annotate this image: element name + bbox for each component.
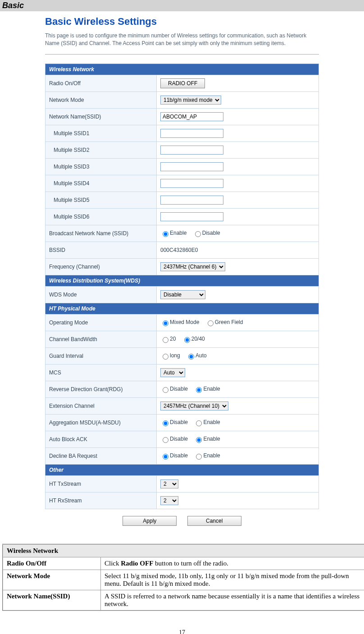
green-field-label: Green Field bbox=[215, 319, 243, 325]
ssid5-input[interactable] bbox=[160, 196, 223, 205]
page-number: 17 bbox=[0, 629, 364, 634]
label-ssid1: Multiple SSID1 bbox=[46, 125, 157, 141]
doc-label-0: Radio On/Off bbox=[3, 557, 101, 570]
label-ssid2: Multiple SSID2 bbox=[46, 141, 157, 158]
label-amsdu: Aggregation MSDU(A-MSDU) bbox=[46, 414, 157, 431]
doc-desc-0: Click Radio OFF button to turn off the r… bbox=[101, 557, 364, 570]
ssid1-input[interactable] bbox=[160, 129, 223, 138]
label-rdg: Reverse Direction Grant(RDG) bbox=[46, 381, 157, 397]
amsdu-enable-radio[interactable] bbox=[196, 420, 202, 426]
broadcast-enable-label: Enable bbox=[170, 230, 187, 236]
label-mcs: MCS bbox=[46, 364, 157, 381]
label-decline-ba: Decline BA Request bbox=[46, 447, 157, 464]
long-radio[interactable] bbox=[163, 354, 168, 360]
ack-disable-radio[interactable] bbox=[163, 437, 168, 443]
amsdu-disable-label: Disable bbox=[170, 419, 188, 425]
label-radio: Radio On/Off bbox=[46, 75, 157, 91]
ba-enable-radio[interactable] bbox=[196, 454, 202, 460]
label-ssid5: Multiple SSID5 bbox=[46, 192, 157, 208]
ssid6-input[interactable] bbox=[160, 212, 223, 221]
network-mode-select[interactable]: 11b/g/n mixed mode bbox=[160, 96, 221, 105]
config-content: Basic Wireless Settings This page is use… bbox=[0, 11, 364, 535]
mcs-select[interactable]: Auto bbox=[160, 368, 185, 377]
label-bandwidth: Channel BandWidth bbox=[46, 331, 157, 347]
heading-text: Basic bbox=[2, 1, 24, 10]
doc-label-1: Network Mode bbox=[3, 570, 101, 590]
divider bbox=[45, 54, 319, 55]
label-ssid: Network Name(SSID) bbox=[46, 108, 157, 125]
auto-label: Auto bbox=[196, 352, 207, 359]
page-description: This page is used to configure the minim… bbox=[45, 32, 319, 47]
rdg-disable-label: Disable bbox=[170, 386, 188, 392]
ssid-input[interactable] bbox=[160, 112, 223, 121]
label-ack: Auto Block ACK bbox=[46, 431, 157, 447]
broadcast-disable-label: Disable bbox=[202, 230, 220, 236]
rdg-enable-label: Enable bbox=[203, 386, 220, 392]
rxstream-select[interactable]: 2 bbox=[160, 496, 178, 505]
bw2040-radio[interactable] bbox=[184, 337, 190, 343]
doc-header: Wireless Network bbox=[3, 544, 364, 557]
doc-desc-1: Select 11 b/g mixed mode, 11b only, 11g … bbox=[101, 570, 364, 590]
label-ext-channel: Extension Channel bbox=[46, 397, 157, 414]
label-guard: Guard Interval bbox=[46, 347, 157, 364]
cancel-button[interactable]: Cancel bbox=[187, 516, 241, 526]
ack-enable-label: Enable bbox=[203, 436, 220, 442]
txstream-select[interactable]: 2 bbox=[160, 479, 178, 488]
bssid-value: 000C432860E0 bbox=[160, 247, 198, 253]
mixed-mode-label: Mixed Mode bbox=[170, 319, 199, 325]
broadcast-disable-radio[interactable] bbox=[195, 231, 201, 237]
amsdu-enable-label: Enable bbox=[203, 419, 220, 425]
long-label: long bbox=[170, 352, 180, 359]
ba-enable-label: Enable bbox=[203, 452, 220, 459]
label-ssid3: Multiple SSID3 bbox=[46, 158, 157, 175]
label-ssid4: Multiple SSID4 bbox=[46, 175, 157, 192]
broadcast-enable-radio[interactable] bbox=[163, 231, 168, 237]
section-wireless-network: Wireless Network bbox=[46, 64, 319, 75]
radio-off-button[interactable]: RADIO OFF bbox=[160, 78, 205, 88]
ba-disable-label: Disable bbox=[170, 452, 188, 459]
ext-channel-select[interactable]: 2457MHz (Channel 10) bbox=[160, 401, 228, 411]
label-operating-mode: Operating Mode bbox=[46, 314, 157, 331]
doc-table: Wireless Network Radio On/Off Click Radi… bbox=[2, 544, 364, 611]
auto-radio[interactable] bbox=[188, 354, 194, 360]
doc-label-2: Network Name(SSID) bbox=[3, 590, 101, 611]
rdg-disable-radio[interactable] bbox=[163, 387, 168, 393]
label-rxstream: HT RxStream bbox=[46, 492, 157, 509]
label-txstream: HT TxStream bbox=[46, 475, 157, 492]
label-network-mode: Network Mode bbox=[46, 91, 157, 108]
apply-button[interactable]: Apply bbox=[123, 516, 177, 526]
page-title: Basic Wireless Settings bbox=[45, 16, 319, 27]
rdg-enable-radio[interactable] bbox=[196, 387, 202, 393]
label-wds-mode: WDS Mode bbox=[46, 286, 157, 303]
wds-mode-select[interactable]: Disable bbox=[160, 290, 205, 299]
amsdu-disable-radio[interactable] bbox=[163, 420, 168, 426]
ba-disable-radio[interactable] bbox=[163, 454, 168, 460]
label-ssid6: Multiple SSID6 bbox=[46, 208, 157, 225]
frequency-select[interactable]: 2437MHz (Channel 6) bbox=[160, 262, 225, 271]
section-wds: Wireless Distribution System(WDS) bbox=[46, 275, 319, 286]
label-broadcast: Broadcast Network Name (SSID) bbox=[46, 225, 157, 242]
bw20-radio[interactable] bbox=[163, 337, 168, 343]
ssid4-input[interactable] bbox=[160, 179, 223, 188]
button-row: Apply Cancel bbox=[45, 516, 319, 526]
ssid3-input[interactable] bbox=[160, 162, 223, 171]
ssid2-input[interactable] bbox=[160, 146, 223, 155]
label-frequency: Frequency (Channel) bbox=[46, 258, 157, 275]
config-table: Wireless Network Radio On/Off RADIO OFF … bbox=[45, 64, 319, 509]
green-field-radio[interactable] bbox=[208, 320, 214, 326]
section-ht: HT Physical Mode bbox=[46, 303, 319, 314]
section-other: Other bbox=[46, 464, 319, 475]
label-bssid: BSSID bbox=[46, 242, 157, 258]
bw2040-label: 20/40 bbox=[191, 336, 205, 342]
doc-desc-2: A SSID is referred to a network name bec… bbox=[101, 590, 364, 611]
bw20-label: 20 bbox=[170, 336, 176, 342]
heading-bar: Basic bbox=[0, 0, 364, 11]
ack-disable-label: Disable bbox=[170, 436, 188, 442]
ack-enable-radio[interactable] bbox=[196, 437, 202, 443]
mixed-mode-radio[interactable] bbox=[163, 320, 168, 326]
